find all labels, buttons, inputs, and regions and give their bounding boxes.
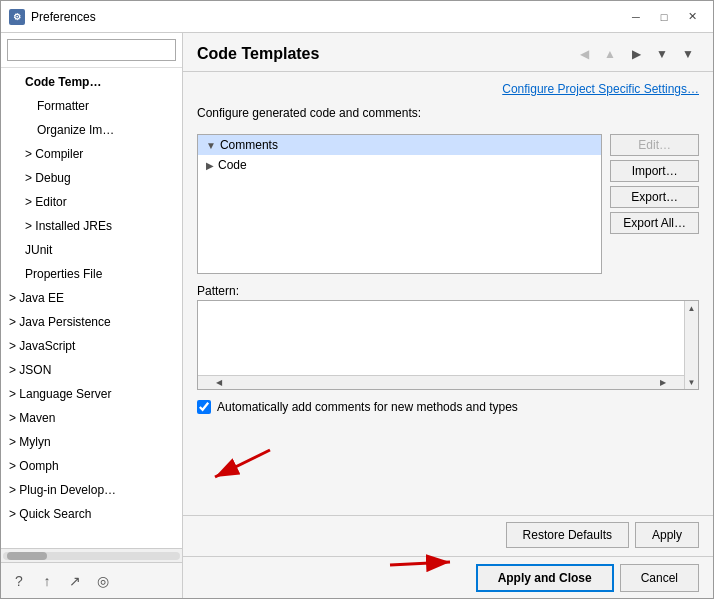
sidebar-item-junit[interactable]: JUnit [1,238,182,262]
sidebar-item-java-ee[interactable]: > Java EE [1,286,182,310]
code-tree-box: ▼Comments▶Code [197,134,602,274]
panel-content: Configure Project Specific Settings… Con… [183,72,713,515]
import-button[interactable]: Import… [610,160,699,182]
hscroll-track [3,552,180,560]
checkbox-row: Automatically add comments for new metho… [197,400,699,414]
auto-comments-label[interactable]: Automatically add comments for new metho… [217,400,518,414]
preferences-window: ⚙ Preferences ─ □ ✕ Code Temp…FormatterO… [0,0,714,599]
cancel-button[interactable]: Cancel [620,564,699,592]
sidebar-item-editor[interactable]: > Editor [1,190,182,214]
edit-button[interactable]: Edit… [610,134,699,156]
window-bottom: Apply and Close Cancel [183,556,713,598]
pattern-section: Pattern: ▲ ▼ ◀ ▶ [197,284,699,390]
apply-button[interactable]: Apply [635,522,699,548]
hscroll-right-arrow[interactable]: ▶ [656,376,670,390]
app-icon-letter: ⚙ [13,12,21,22]
auto-comments-checkbox[interactable] [197,400,211,414]
code-tree-item-code[interactable]: ▶Code [198,155,601,175]
nav-forward-button[interactable]: ▶ [625,43,647,65]
sidebar-hscroll[interactable] [1,548,182,562]
sidebar-item-mylyn[interactable]: > Mylyn [1,430,182,454]
sidebar-item-java-persistence[interactable]: > Java Persistence [1,310,182,334]
nav-back-button[interactable]: ◀ [573,43,595,65]
sidebar-item-json[interactable]: > JSON [1,358,182,382]
code-tree-label-comments: Comments [220,138,278,152]
pattern-label: Pattern: [197,284,699,298]
sidebar-item-properties-file[interactable]: Properties File [1,262,182,286]
forward-icon[interactable]: ↗ [65,571,85,591]
hscroll-left-arrow[interactable]: ◀ [212,376,226,390]
pattern-hscroll[interactable]: ◀ ▶ [198,375,684,389]
tree-buttons: Edit… Import… Export… Export All… [610,134,699,234]
sidebar-item-quick-search[interactable]: > Quick Search [1,502,182,526]
pattern-vscroll[interactable]: ▲ ▼ [684,301,698,389]
nav-menu-button[interactable]: ▼ [677,43,699,65]
vscroll-up-arrow[interactable]: ▲ [685,301,699,315]
code-tree-row: ▼Comments▶Code Edit… Import… Export… Exp… [197,134,699,274]
sidebar: Code Temp…FormatterOrganize Im…> Compile… [1,33,183,598]
sidebar-item-formatter[interactable]: Formatter [1,94,182,118]
right-panel: Code Templates ◀ ▲ ▶ ▼ ▼ Configure Proje… [183,33,713,598]
sidebar-item-javascript[interactable]: > JavaScript [1,334,182,358]
sidebar-item-debug[interactable]: > Debug [1,166,182,190]
app-icon: ⚙ [9,9,25,25]
sidebar-item-maven[interactable]: > Maven [1,406,182,430]
title-bar-controls: ─ □ ✕ [623,6,705,28]
code-tree-label-code: Code [218,158,247,172]
sidebar-search-area [1,33,182,68]
config-specific-settings-link[interactable]: Configure Project Specific Settings… [197,82,699,96]
panel-actions: Restore Defaults Apply [183,515,713,556]
sidebar-item-code-templates[interactable]: Code Temp… [1,70,182,94]
sidebar-search-input[interactable] [7,39,176,61]
pattern-box-container: ▲ ▼ ◀ ▶ [197,300,699,390]
config-label: Configure generated code and comments: [197,106,699,120]
export-all-button[interactable]: Export All… [610,212,699,234]
close-button[interactable]: ✕ [679,6,705,28]
vscroll-down-arrow[interactable]: ▼ [685,375,699,389]
sidebar-tree: Code Temp…FormatterOrganize Im…> Compile… [1,68,182,548]
code-tree-arrow-comments: ▼ [206,140,216,151]
help-icon[interactable]: ? [9,571,29,591]
sidebar-item-oomph[interactable]: > Oomph [1,454,182,478]
sidebar-item-language-server[interactable]: > Language Server [1,382,182,406]
bottom-buttons: Apply and Close Cancel [476,564,699,592]
sidebar-item-plug-in-development[interactable]: > Plug-in Develop… [1,478,182,502]
title-bar: ⚙ Preferences ─ □ ✕ [1,1,713,33]
code-tree-item-comments[interactable]: ▼Comments [198,135,601,155]
export-button[interactable]: Export… [610,186,699,208]
sidebar-item-organize-imports[interactable]: Organize Im… [1,118,182,142]
sidebar-item-installed-jres[interactable]: > Installed JREs [1,214,182,238]
apply-and-close-button[interactable]: Apply and Close [476,564,614,592]
panel-title: Code Templates [197,45,319,63]
restore-defaults-button[interactable]: Restore Defaults [506,522,629,548]
panel-nav: ◀ ▲ ▶ ▼ ▼ [573,43,699,65]
back-icon[interactable]: ↑ [37,571,57,591]
settings-icon[interactable]: ◎ [93,571,113,591]
minimize-button[interactable]: ─ [623,6,649,28]
title-bar-title: Preferences [31,10,623,24]
panel-header: Code Templates ◀ ▲ ▶ ▼ ▼ [183,33,713,72]
code-tree-arrow-code: ▶ [206,160,214,171]
sidebar-bottom-toolbar: ?↑↗◎ [1,562,182,598]
maximize-button[interactable]: □ [651,6,677,28]
hscroll-thumb [7,552,47,560]
nav-up-button[interactable]: ▲ [599,43,621,65]
sidebar-item-compiler[interactable]: > Compiler [1,142,182,166]
main-area: Code Temp…FormatterOrganize Im…> Compile… [1,33,713,598]
nav-dropdown-button[interactable]: ▼ [651,43,673,65]
